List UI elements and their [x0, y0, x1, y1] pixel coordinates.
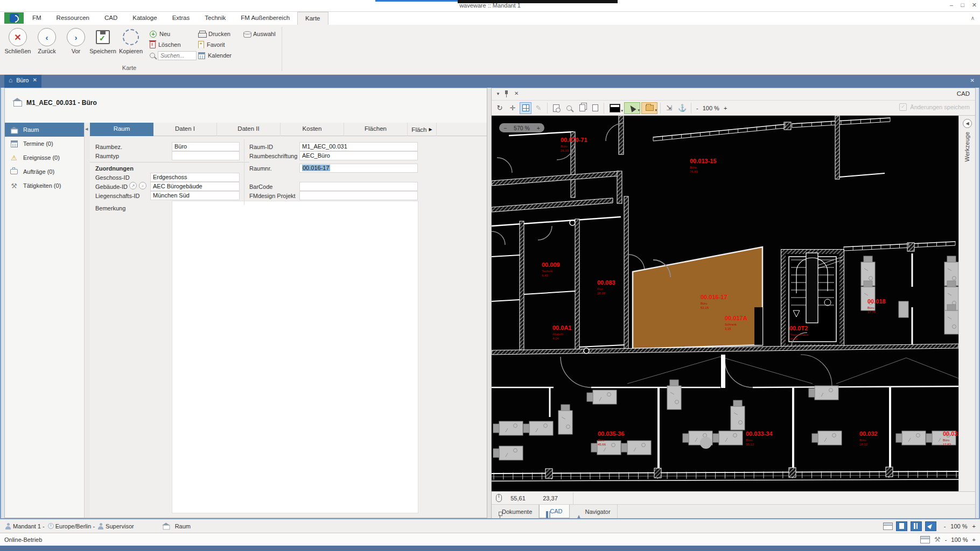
canvas-zoom-pill: − 570 % +	[499, 123, 544, 132]
fmdesign-field[interactable]	[299, 191, 418, 200]
bottom-zoom-in[interactable]: +	[972, 536, 976, 543]
room-label: 17,83	[943, 443, 951, 446]
form-tab-kosten[interactable]: Kosten	[281, 123, 344, 136]
panel-menu-icon[interactable]: ▼	[496, 91, 500, 96]
cad-zoom-in[interactable]: +	[724, 105, 727, 111]
calendar-button[interactable]: Kalender	[198, 51, 232, 60]
ribbon-tab-extras[interactable]: Extras	[165, 12, 198, 25]
print-button[interactable]: Drucken	[198, 29, 232, 39]
selection-button[interactable]: Auswahl	[243, 29, 276, 39]
form-tab-daten-ii[interactable]: Daten II	[217, 123, 281, 136]
sidebar-item-tätigkeiten[interactable]: ⚒Tätigkeiten (0)	[5, 179, 84, 193]
zoom-page-icon[interactable]	[550, 102, 562, 114]
export-icon[interactable]: ⇲	[663, 102, 675, 114]
form-tab-flächen[interactable]: Flächen	[344, 123, 408, 136]
lookup-icon[interactable]: ⌕	[139, 182, 146, 189]
geschoss-label: Geschoss-ID	[95, 174, 130, 181]
close-window-button[interactable]: ✕	[972, 2, 977, 9]
sidebar-item-aufträge[interactable]: Aufträge (0)	[5, 165, 84, 179]
bottom-layout-icon[interactable]	[920, 536, 930, 543]
ribbon-tab-technik[interactable]: Technik	[197, 12, 233, 25]
maximize-button[interactable]: □	[961, 2, 964, 9]
raumnr-field[interactable]: 00.016-17	[299, 164, 418, 173]
close-record-button[interactable]: ✕ Schließen	[3, 28, 32, 54]
save-button[interactable]: ✓ Speichern	[88, 28, 117, 54]
save-changes-button[interactable]: Änderungen speichern	[899, 103, 970, 111]
bemerkung-field[interactable]	[172, 201, 418, 513]
anchor-icon[interactable]: ⚓	[676, 102, 688, 114]
goto-link-icon[interactable]: ↗	[129, 182, 137, 189]
pan-move-icon[interactable]: ✛	[507, 102, 519, 114]
ribbon-tab-fm[interactable]: FM	[25, 12, 49, 25]
layers-icon[interactable]	[576, 102, 588, 114]
forward-button[interactable]: › Vor	[61, 28, 90, 54]
form-tab-raum[interactable]: Raum	[90, 123, 153, 136]
liegenschaft-field[interactable]: München Süd	[150, 191, 240, 200]
cad-tab-navigator[interactable]: Navigator	[570, 505, 618, 518]
sidebar-collapse-strip[interactable]: ◀	[85, 123, 90, 518]
ribbon-tab-kataloge[interactable]: Kataloge	[125, 12, 164, 25]
refresh-icon[interactable]: ↻	[494, 102, 506, 114]
raumtyp-field[interactable]	[172, 151, 240, 160]
document-tab-buero[interactable]: ⌂ Büro ✕	[4, 75, 41, 88]
tab-overflow-arrow-icon[interactable]: ▶	[429, 127, 432, 132]
canvas-zoom-out[interactable]: −	[503, 125, 507, 131]
raumbez-field[interactable]: Büro	[172, 142, 240, 151]
select-cursor-tool[interactable]: ▾	[624, 102, 640, 114]
dock-documents-icon[interactable]	[896, 521, 907, 531]
briefcase-icon	[9, 169, 19, 174]
tools-collapse-button[interactable]: ◀	[963, 119, 972, 128]
back-button[interactable]: ‹ Zurück	[32, 28, 61, 54]
tab-werkzeuge[interactable]: Werkzeuge	[964, 132, 970, 161]
layout-view-icon[interactable]	[883, 522, 893, 530]
sidebar-item-ereignisse[interactable]: ⚠Ereignisse (0)	[5, 151, 84, 165]
canvas-zoom-in[interactable]: +	[537, 125, 540, 131]
app-logo[interactable]	[4, 12, 24, 24]
ribbon-separator	[282, 27, 282, 71]
new-view-icon[interactable]	[589, 102, 601, 114]
barcode-field[interactable]	[299, 182, 418, 191]
cad-tab-dokumente[interactable]: Dokumente	[492, 505, 539, 518]
strip-close-icon[interactable]: ✕	[970, 77, 975, 83]
ribbon-tab-cad[interactable]: CAD	[97, 12, 125, 25]
cad-tab-cad[interactable]: CAD	[539, 505, 569, 518]
favorite-button[interactable]: Favorit	[198, 40, 232, 50]
close-panel-icon[interactable]: ✕	[514, 90, 519, 96]
delete-button[interactable]: Löschen	[150, 40, 197, 50]
dock-navigator-icon[interactable]	[925, 521, 936, 531]
dock-cad-icon[interactable]	[911, 521, 922, 531]
cad-zoom-out[interactable]: -	[696, 105, 698, 111]
minimize-button[interactable]: –	[950, 2, 953, 9]
form-tab-fläch[interactable]: Fläch▶	[408, 123, 437, 136]
bottom-zoom-out[interactable]: -	[945, 536, 947, 543]
tools-hammer-icon[interactable]: ⚒	[934, 535, 941, 543]
layer-folder-tool[interactable]: ▾	[641, 102, 657, 114]
gebaeude-field[interactable]: AEC Bürogebäude	[150, 182, 240, 191]
status-zoom-out[interactable]: -	[944, 523, 946, 529]
selected-text: 00.016-17	[302, 165, 330, 171]
pane-splitter[interactable]	[487, 88, 491, 518]
database-icon	[243, 31, 250, 38]
search-input[interactable]	[158, 51, 197, 60]
geschoss-field[interactable]: Erdgeschoss	[150, 173, 240, 182]
sidebar-item-termine[interactable]: Termine (0)	[5, 137, 84, 151]
copy-button[interactable]: Kopieren	[116, 28, 145, 54]
cad-canvas[interactable]: − 570 % +	[492, 116, 958, 491]
ribbon-tab-karte[interactable]: Karte	[297, 12, 328, 25]
grid-view-icon[interactable]	[520, 102, 531, 114]
new-button[interactable]: + Neu	[150, 29, 197, 39]
room-label: Büro	[943, 439, 950, 442]
raum-id-field[interactable]: M1_AEC_00.031	[299, 142, 418, 151]
ribbon-tab-fm-außenbereich[interactable]: FM Außenbereich	[233, 12, 297, 25]
pin-icon[interactable]	[505, 90, 508, 97]
form-tab-daten-i[interactable]: Daten I	[153, 123, 217, 136]
measure-pencil-icon[interactable]: ✎	[533, 102, 544, 114]
background-color-picker[interactable]: ▾	[607, 102, 623, 114]
ribbon-tab-ressourcen[interactable]: Ressourcen	[49, 12, 97, 25]
magnifier-icon[interactable]	[563, 102, 575, 114]
ribbon-collapse-icon[interactable]: ∧	[971, 15, 975, 21]
raumbeschriftung-field[interactable]: AEC_Büro	[299, 151, 418, 160]
sidebar-item-raum[interactable]: Raum	[5, 123, 84, 137]
close-tab-icon[interactable]: ✕	[33, 77, 37, 83]
status-zoom-in[interactable]: +	[972, 523, 976, 529]
